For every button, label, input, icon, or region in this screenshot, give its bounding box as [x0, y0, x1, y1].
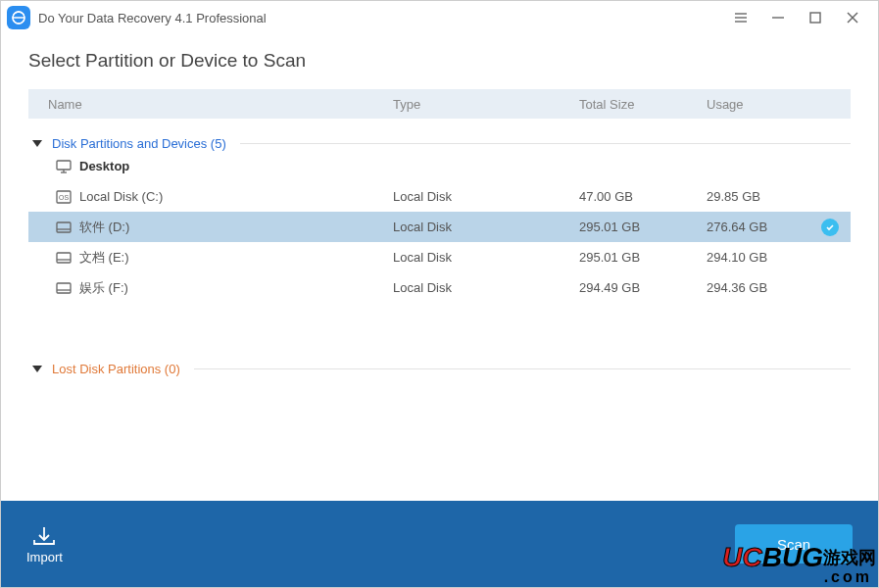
row-type: Local Disk	[393, 250, 579, 265]
section-lost-label[interactable]: Lost Disk Partitions (0)	[52, 362, 180, 376]
menu-button[interactable]	[731, 8, 751, 27]
device-row-desktop[interactable]: Desktop	[28, 151, 851, 181]
svg-rect-8	[57, 161, 71, 170]
close-button[interactable]	[843, 8, 862, 27]
app-logo	[7, 6, 30, 29]
section-disk-partitions[interactable]: Disk Partitions and Devices (5)	[28, 136, 851, 151]
minimize-button[interactable]	[768, 8, 788, 27]
row-usage: 294.36 GB	[707, 280, 851, 295]
title-bar: Do Your Data Recovery 4.1 Professional	[1, 1, 878, 34]
partition-row[interactable]: 软件 (D:)Local Disk295.01 GB276.64 GB	[28, 212, 851, 242]
partition-row[interactable]: OSLocal Disk (C:)Local Disk47.00 GB29.85…	[28, 181, 851, 212]
maximize-button[interactable]	[806, 8, 825, 27]
import-label: Import	[26, 550, 63, 564]
row-total-size: 294.49 GB	[579, 280, 707, 295]
footer-bar: Import Scan	[1, 501, 878, 587]
row-type: Local Disk	[393, 189, 579, 204]
col-header-name: Name	[48, 97, 393, 112]
col-header-total: Total Size	[579, 97, 707, 112]
chevron-down-icon[interactable]	[32, 366, 42, 372]
page-title: Select Partition or Device to Scan	[28, 50, 851, 72]
column-headers: Name Type Total Size Usage	[28, 89, 851, 119]
disk-icon	[56, 220, 79, 234]
svg-rect-5	[810, 13, 820, 23]
disk-icon	[56, 281, 79, 295]
row-name: Desktop	[79, 159, 393, 173]
section-disk-label[interactable]: Disk Partitions and Devices (5)	[52, 136, 226, 151]
section-lost-partitions[interactable]: Lost Disk Partitions (0)	[28, 362, 851, 376]
row-type: Local Disk	[393, 280, 579, 295]
row-name: 娱乐 (F:)	[79, 279, 393, 297]
scan-button[interactable]: Scan	[735, 524, 853, 564]
row-total-size: 295.01 GB	[579, 250, 707, 265]
row-name: 软件 (D:)	[79, 219, 393, 236]
app-title: Do Your Data Recovery 4.1 Professional	[38, 11, 731, 25]
svg-text:OS: OS	[59, 194, 69, 201]
row-name: 文档 (E:)	[79, 249, 393, 267]
divider	[194, 368, 851, 369]
svg-rect-15	[57, 253, 71, 263]
row-total-size: 295.01 GB	[579, 220, 707, 234]
import-button[interactable]: Import	[26, 524, 63, 564]
svg-rect-13	[57, 222, 71, 232]
disk-icon	[56, 251, 79, 265]
row-usage: 294.10 GB	[707, 250, 851, 265]
partition-row[interactable]: 文档 (E:)Local Disk295.01 GB294.10 GB	[28, 242, 851, 272]
row-type: Local Disk	[393, 220, 579, 234]
col-header-type: Type	[393, 97, 579, 112]
svg-rect-17	[57, 283, 71, 293]
row-usage: 29.85 GB	[707, 189, 851, 204]
row-name: Local Disk (C:)	[79, 189, 393, 204]
window-controls	[731, 8, 872, 27]
col-header-usage: Usage	[707, 97, 851, 112]
monitor-icon	[56, 160, 79, 173]
selected-check-icon	[821, 219, 839, 236]
os-disk-icon: OS	[56, 190, 79, 204]
row-total-size: 47.00 GB	[579, 189, 707, 204]
main-content: Select Partition or Device to Scan Name …	[1, 34, 878, 376]
divider	[240, 143, 851, 144]
partition-row[interactable]: 娱乐 (F:)Local Disk294.49 GB294.36 GB	[28, 272, 851, 303]
device-list: DesktopOSLocal Disk (C:)Local Disk47.00 …	[28, 151, 851, 303]
import-icon	[30, 524, 58, 548]
chevron-down-icon[interactable]	[32, 140, 42, 147]
